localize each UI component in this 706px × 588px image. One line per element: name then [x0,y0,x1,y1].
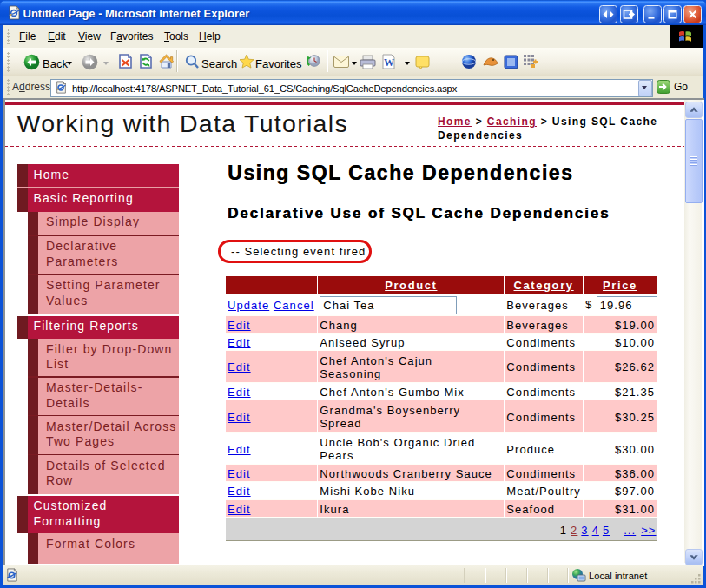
svg-text:W: W [384,56,394,69]
